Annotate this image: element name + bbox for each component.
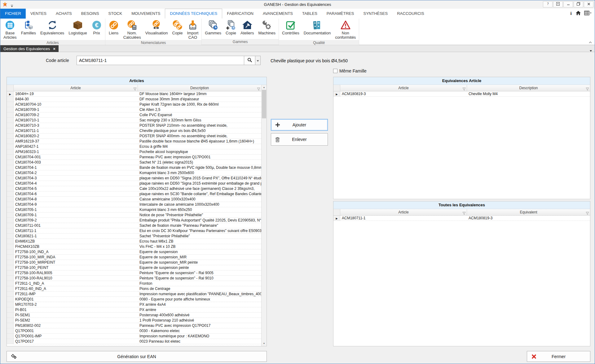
ribbon-item-import-cao[interactable]: CAOImport CAO [185,19,201,40]
code-article-input[interactable] [77,56,244,65]
fermer-button[interactable]: Fermer [527,351,590,362]
ribbon-item-logistique[interactable]: Logistique [66,19,89,36]
table-row[interactable]: PI-SEM21 Profil Postersnap 210 adhésivé [7,318,261,323]
table-row[interactable]: ACM180710-3POSTER SNAP 210mm- no assembl… [7,123,261,128]
ribbon-item-non-conformites[interactable]: Non conformités [333,19,358,40]
table-row[interactable]: CM180704-001Panneau PVC avec impression … [7,155,261,160]
help-button[interactable]: ? [543,1,553,7]
column-header-description[interactable]: Description [138,85,261,91]
filter-funnel-icon[interactable] [586,86,589,91]
table-row[interactable]: Q17PO0170023 Panneau ilot eletec [7,339,261,344]
filter-funnel-icon[interactable] [133,86,137,91]
ribbon-item-controles[interactable]: Contrôles [280,19,302,36]
ribbon-item-liens[interactable]: Liens [106,19,121,36]
doc-tab-close-icon[interactable]: × [53,46,55,51]
table-row[interactable]: MR170703-2PX arrière 4xA4 [7,302,261,307]
menu-tab-stock[interactable]: STOCK [104,9,127,19]
ribbon-item-base-articles[interactable]: Base Articles [1,19,19,40]
document-tab[interactable]: Gestion des Equivalences × [0,45,59,52]
ribbon-item-copie[interactable]: Copie [223,19,238,36]
menu-tab-avancements[interactable]: AVANCEMENTS [258,9,298,19]
menu-tab-raccourcis[interactable]: RACCOURCIS [392,9,429,19]
ribbon-collapse-icon[interactable] [588,39,592,45]
scroll-down-icon[interactable]: ▼ [262,341,267,346]
table-row[interactable]: CM180704-3plaque rainées en DD50 "Signa … [7,176,261,181]
column-header-description[interactable]: Description [467,85,590,91]
menu-tab-besoins[interactable]: BESOINS [77,9,104,19]
table-row[interactable]: FT2758-100-RAL9010Peinture "Equerre de s… [7,276,261,281]
table-row[interactable]: Q17PO0010030 - Kakemono eletec [7,328,261,334]
table-row[interactable]: CM180704-9Intercalaire de caisse américa… [7,202,261,207]
table-row[interactable]: ACM180709-1Clé Allen 2,5 [7,107,261,112]
ribbon-item-copie[interactable]: Copie [170,19,185,36]
meme-famille-checkbox[interactable] [333,69,337,73]
table-row[interactable]: APM160323-1Pochette alcool Isopropylique [7,149,261,155]
scrollbar-thumb[interactable] [262,90,266,118]
table-row[interactable]: ▶ACM180819-3Cheville Molly M4 [333,91,590,97]
table-row[interactable]: ANP160427-1Ecrou à griffe M4 [7,144,261,149]
menu-tab-ventes[interactable]: VENTES [26,9,51,19]
table-row[interactable]: PI-SEM1Postersnap 400x600 adhésivé [7,313,261,318]
table-row[interactable]: FT2758-100_IND_AEquerre de suspension [7,249,261,255]
menu-tab-tables[interactable]: TABLES [298,9,322,19]
column-header-article[interactable]: Article [340,209,467,215]
table-row[interactable]: PI-B01PX arrière [7,307,261,313]
ribbon-item-machines[interactable]: Machines [256,19,278,36]
menu-tab-mouvements[interactable]: MOUVEMENTS [127,9,165,19]
ribbon-item-equivalences[interactable]: Equivalences [38,19,66,36]
table-row[interactable]: CM180709-1Notice de pose "Présentoir Phi… [7,213,261,218]
menu-tab-fichier[interactable]: FICHIER [0,9,26,19]
table-row[interactable]: ACM180710-1Sac minigrip 230 x 320mm ferm… [7,118,261,123]
ribbon-item-nom-calculees[interactable]: Nom. Calculées [121,19,143,40]
filter-funnel-icon[interactable] [462,86,466,91]
table-row[interactable]: CM180704-8Caisse américaine 1000x320x400 [7,197,261,202]
ribbon-item-ateliers[interactable]: Ateliers [238,19,256,36]
ribbon-item-prix[interactable]: €Prix [89,19,104,36]
table-row[interactable]: CM180704-1Bande de fixation murale en PV… [7,165,261,170]
filter-funnel-icon[interactable] [586,211,589,215]
table-row[interactable]: FT2758-100_MIRPEINTEquerre de suspension… [7,260,261,265]
table-row[interactable]: ▶ACM180711-1ACM180819-3 [333,216,590,221]
table-row[interactable]: CM180821-1Sachet "Présentoir Philathélie… [7,234,261,239]
table-row[interactable]: EHM6X1ZBEcrou haut M6x1 ZB [7,239,261,244]
column-header-article[interactable]: Article [14,85,138,91]
table-row[interactable]: CM180711-001Sachet de fixation murale "P… [7,223,261,228]
menu-tab-donnees-techniques[interactable]: DONNÉES TECHNIQUES [165,9,222,19]
table-row[interactable]: CM180704-5Cale 100x100x22 adhésivé une f… [7,186,261,191]
menu-tab-syntheses[interactable]: SYNTHÈSES [359,9,392,19]
scroll-up-icon[interactable]: ▲ [262,85,267,90]
table-row[interactable]: ACM180820-2POSTER SNAP 400mm- no assembl… [7,134,261,139]
menu-tab-fabrication[interactable]: FABRICATION [222,9,258,19]
generation-ean-button[interactable]: Génération sur EAN [7,351,267,362]
table-row[interactable]: FT2758-100-RAL9005Peinture "Equerre de s… [7,270,261,276]
home-icon[interactable] [575,11,581,17]
info-icon[interactable]: i [570,11,572,17]
ribbon-item-gammes[interactable]: Gammes [203,19,223,36]
table-row[interactable]: FT2758-100_MIR_INDAEquerre de suspension… [7,255,261,260]
column-header-article[interactable]: Article [340,85,467,91]
minimize-button[interactable] [563,1,573,7]
table-row[interactable]: FT2911-1_IND_AFronton [7,281,261,286]
table-row[interactable]: ACM180709-2Colle PVC Expansé [7,112,261,118]
table-row[interactable]: KIPOEQ010080 - Equerre pour porte affich… [7,297,261,302]
ribbon-item-familles[interactable]: Familles [19,19,38,36]
table-row[interactable]: ▶1604H+-19DF Mousse blanc 1604H+ largeur… [7,91,261,97]
ajouter-button[interactable]: Ajouter [271,119,328,131]
table-row[interactable]: CM180711-1Etui en croix DC 30 Kraftpour … [7,228,261,234]
table-row[interactable]: CM180705-1Komaprint blanc 3 mm 650x250 [7,207,261,213]
table-row[interactable]: CM180704-2Komaprint blanc 3 mm 2500x600 [7,170,261,176]
menu-tab-achats[interactable]: ACHATS [51,9,77,19]
table-row[interactable]: AMR16219-37Pastille double face mousse b… [7,139,261,144]
filter-funnel-icon[interactable] [257,86,260,91]
pin-button[interactable] [553,1,563,7]
enlever-button[interactable]: Enlever [271,133,328,146]
ribbon-item-visualisation[interactable]: Visualisation [143,19,170,36]
table-row[interactable]: CM180704-003Sachet N° 21 (eletec signa20… [7,160,261,165]
close-button[interactable] [584,1,593,7]
table-row[interactable]: PM180802-002Panneau PVC avec impression … [7,323,261,328]
grid-dropdown-icon[interactable] [584,11,592,17]
column-header-equivalent[interactable]: Equivalent [467,209,590,215]
table-row[interactable]: FT2911-IMPImpression numerique avec plas… [7,292,261,297]
table-row[interactable]: 8484-30DF mousse 30mm 3mm d'épaisseur [7,97,261,102]
filter-funnel-icon[interactable] [462,211,466,215]
